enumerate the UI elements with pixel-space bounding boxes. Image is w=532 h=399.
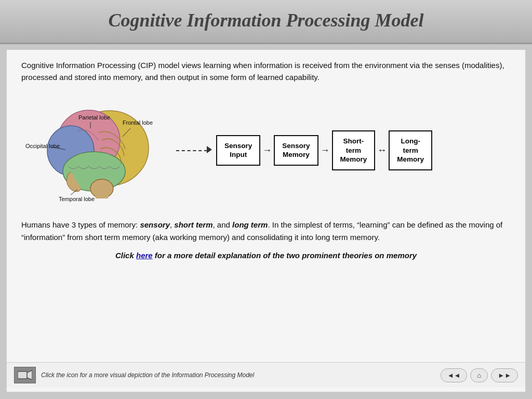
long-term-memory-box: Long-termMemory: [389, 130, 432, 170]
diagram-area: Parietal lobe Frontal lobe Occipital lob…: [21, 91, 511, 210]
click-line: Click here for a more detail explanation…: [21, 251, 511, 260]
frontal-label: Frontal lobe: [123, 119, 153, 126]
home-button[interactable]: ⌂: [470, 368, 488, 382]
sensory-input-box: SensoryInput: [216, 135, 260, 166]
brain-illustration: Parietal lobe Frontal lobe Occipital lob…: [21, 91, 172, 210]
footer-text: Click the icon for a more visual depicti…: [41, 371, 441, 379]
main-content: Cognitive Information Processing (CIP) m…: [6, 49, 526, 392]
svg-rect-5: [96, 187, 108, 198]
memory-text-before: Humans have 3 types of memory: [21, 220, 136, 229]
dotted-arrow: [172, 146, 216, 155]
short-term-memory-box: Short-termMemory: [332, 130, 376, 170]
occipital-label: Occipital lobe: [25, 143, 60, 149]
short-emphasis: short term: [174, 220, 212, 229]
temporal-label: Temporal lobe: [59, 196, 95, 202]
back-button[interactable]: ◄◄: [441, 368, 468, 382]
arrow-head: [207, 146, 212, 155]
page-title: Cognitive Information Processing Model: [16, 9, 516, 31]
click-before: Click: [115, 251, 136, 260]
forward-button[interactable]: ►►: [491, 368, 518, 382]
svg-rect-10: [18, 371, 27, 379]
video-camera-icon: [18, 370, 32, 380]
click-after: for a more detail explanation of the two…: [153, 251, 417, 260]
sensory-emphasis: sensory: [140, 220, 170, 229]
memory-paragraph: Humans have 3 types of memory: sensory, …: [21, 219, 511, 244]
footer-bar: Click the icon for a more visual depicti…: [7, 362, 525, 388]
nav-buttons: ◄◄ ⌂ ►►: [441, 368, 518, 382]
intro-paragraph: Cognitive Information Processing (CIP) m…: [21, 59, 511, 84]
header: Cognitive Information Processing Model: [0, 0, 532, 44]
sensory-memory-box: SensoryMemory: [274, 135, 318, 166]
parietal-label: Parietal lobe: [78, 114, 110, 121]
arrow-1: →: [260, 145, 274, 156]
video-icon[interactable]: [14, 367, 36, 383]
memory-boxes: SensoryInput → SensoryMemory → Short-ter…: [216, 130, 432, 170]
long-emphasis: long term: [232, 220, 268, 229]
and-text: , and: [213, 220, 233, 229]
dotted-line: [176, 150, 207, 151]
arrow-3: ↔: [375, 145, 389, 156]
here-link[interactable]: here: [136, 251, 153, 260]
arrow-2: →: [318, 145, 332, 156]
svg-marker-11: [27, 370, 32, 380]
